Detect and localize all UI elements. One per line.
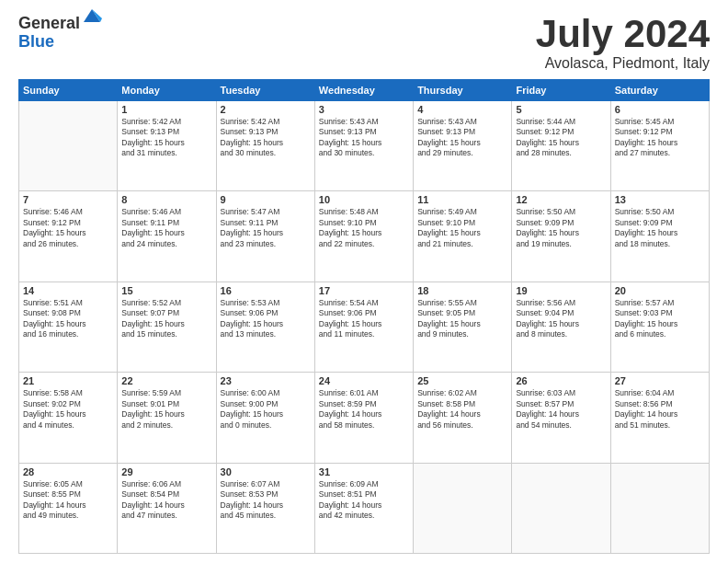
calendar-cell: 24Sunrise: 6:01 AM Sunset: 8:59 PM Dayli… — [314, 373, 413, 463]
calendar-cell: 9Sunrise: 5:47 AM Sunset: 9:11 PM Daylig… — [216, 191, 314, 282]
calendar-cell: 4Sunrise: 5:43 AM Sunset: 9:13 PM Daylig… — [414, 101, 512, 191]
calendar-cell: 11Sunrise: 5:49 AM Sunset: 9:10 PM Dayli… — [414, 191, 512, 282]
day-info: Sunrise: 6:03 AM Sunset: 8:57 PM Dayligh… — [516, 388, 606, 431]
calendar-cell — [512, 463, 610, 553]
day-info: Sunrise: 5:53 AM Sunset: 9:06 PM Dayligh… — [221, 298, 311, 340]
calendar-cell: 14Sunrise: 5:51 AM Sunset: 9:08 PM Dayli… — [19, 282, 118, 372]
calendar-cell: 12Sunrise: 5:50 AM Sunset: 9:09 PM Dayli… — [512, 191, 610, 282]
day-number: 12 — [516, 194, 606, 205]
day-number: 10 — [319, 194, 409, 205]
day-number: 14 — [23, 285, 113, 296]
day-info: Sunrise: 5:52 AM Sunset: 9:07 PM Dayligh… — [121, 298, 211, 340]
calendar-cell: 2Sunrise: 5:42 AM Sunset: 9:13 PM Daylig… — [216, 101, 314, 191]
day-number: 21 — [23, 375, 113, 386]
month-title: July 2024 — [536, 15, 710, 53]
header-friday: Friday — [512, 80, 610, 101]
calendar-cell: 3Sunrise: 5:43 AM Sunset: 9:13 PM Daylig… — [314, 101, 413, 191]
day-number: 9 — [221, 194, 311, 205]
day-number: 5 — [516, 104, 606, 115]
day-info: Sunrise: 5:43 AM Sunset: 9:13 PM Dayligh… — [417, 117, 507, 159]
logo-blue-text: Blue — [18, 33, 80, 52]
day-number: 30 — [221, 466, 311, 477]
calendar-cell: 31Sunrise: 6:09 AM Sunset: 8:51 PM Dayli… — [314, 463, 413, 553]
day-info: Sunrise: 5:59 AM Sunset: 9:01 PM Dayligh… — [121, 388, 211, 431]
calendar-header-row: Sunday Monday Tuesday Wednesday Thursday… — [19, 80, 710, 101]
day-number: 16 — [221, 285, 311, 296]
logo-general-text: General — [18, 15, 80, 33]
calendar-cell: 22Sunrise: 5:59 AM Sunset: 9:01 PM Dayli… — [118, 373, 216, 463]
day-info: Sunrise: 5:50 AM Sunset: 9:09 PM Dayligh… — [615, 207, 705, 249]
day-number: 13 — [615, 194, 705, 205]
day-info: Sunrise: 6:04 AM Sunset: 8:56 PM Dayligh… — [615, 388, 705, 431]
day-number: 3 — [319, 104, 409, 115]
day-info: Sunrise: 5:45 AM Sunset: 9:12 PM Dayligh… — [615, 117, 705, 159]
day-info: Sunrise: 5:42 AM Sunset: 9:13 PM Dayligh… — [121, 117, 211, 159]
page: General Blue July 2024 Avolasca, Piedmon… — [0, 0, 728, 563]
day-info: Sunrise: 6:07 AM Sunset: 8:53 PM Dayligh… — [221, 479, 311, 522]
calendar-cell: 19Sunrise: 5:56 AM Sunset: 9:04 PM Dayli… — [512, 282, 610, 372]
calendar-cell: 15Sunrise: 5:52 AM Sunset: 9:07 PM Dayli… — [118, 282, 216, 372]
calendar-cell: 30Sunrise: 6:07 AM Sunset: 8:53 PM Dayli… — [216, 463, 314, 553]
day-info: Sunrise: 5:56 AM Sunset: 9:04 PM Dayligh… — [516, 298, 606, 340]
day-info: Sunrise: 5:46 AM Sunset: 9:12 PM Dayligh… — [23, 207, 113, 249]
day-number: 31 — [319, 466, 409, 477]
calendar-cell: 7Sunrise: 5:46 AM Sunset: 9:12 PM Daylig… — [19, 191, 118, 282]
day-info: Sunrise: 5:54 AM Sunset: 9:06 PM Dayligh… — [319, 298, 409, 340]
calendar-cell: 8Sunrise: 5:46 AM Sunset: 9:11 PM Daylig… — [118, 191, 216, 282]
day-number: 2 — [221, 104, 311, 115]
day-info: Sunrise: 6:09 AM Sunset: 8:51 PM Dayligh… — [319, 479, 409, 522]
calendar-cell: 5Sunrise: 5:44 AM Sunset: 9:12 PM Daylig… — [512, 101, 610, 191]
day-number: 7 — [23, 194, 113, 205]
day-info: Sunrise: 5:55 AM Sunset: 9:05 PM Dayligh… — [417, 298, 507, 340]
day-number: 23 — [221, 375, 311, 386]
calendar-cell: 28Sunrise: 6:05 AM Sunset: 8:55 PM Dayli… — [19, 463, 118, 553]
day-info: Sunrise: 6:01 AM Sunset: 8:59 PM Dayligh… — [319, 388, 409, 431]
day-info: Sunrise: 5:44 AM Sunset: 9:12 PM Dayligh… — [516, 117, 606, 159]
calendar-cell: 23Sunrise: 6:00 AM Sunset: 9:00 PM Dayli… — [216, 373, 314, 463]
calendar-cell: 18Sunrise: 5:55 AM Sunset: 9:05 PM Dayli… — [414, 282, 512, 372]
logo-icon — [82, 6, 102, 26]
day-number: 8 — [121, 194, 211, 205]
day-info: Sunrise: 5:42 AM Sunset: 9:13 PM Dayligh… — [221, 117, 311, 159]
calendar-cell: 26Sunrise: 6:03 AM Sunset: 8:57 PM Dayli… — [512, 373, 610, 463]
day-number: 17 — [319, 285, 409, 296]
header-tuesday: Tuesday — [216, 80, 314, 101]
day-number: 15 — [121, 285, 211, 296]
day-info: Sunrise: 5:51 AM Sunset: 9:08 PM Dayligh… — [23, 298, 113, 340]
day-number: 27 — [615, 375, 705, 386]
day-number: 28 — [23, 466, 113, 477]
calendar-week-1: 1Sunrise: 5:42 AM Sunset: 9:13 PM Daylig… — [19, 101, 710, 191]
calendar-cell: 29Sunrise: 6:06 AM Sunset: 8:54 PM Dayli… — [118, 463, 216, 553]
calendar-cell: 20Sunrise: 5:57 AM Sunset: 9:03 PM Dayli… — [610, 282, 709, 372]
day-number: 6 — [615, 104, 705, 115]
calendar-week-5: 28Sunrise: 6:05 AM Sunset: 8:55 PM Dayli… — [19, 463, 710, 553]
calendar-cell — [414, 463, 512, 553]
logo: General Blue — [18, 15, 102, 52]
day-info: Sunrise: 6:00 AM Sunset: 9:00 PM Dayligh… — [221, 388, 311, 431]
calendar-week-4: 21Sunrise: 5:58 AM Sunset: 9:02 PM Dayli… — [19, 373, 710, 463]
day-number: 29 — [121, 466, 211, 477]
location-title: Avolasca, Piedmont, Italy — [536, 55, 710, 72]
calendar-cell: 16Sunrise: 5:53 AM Sunset: 9:06 PM Dayli… — [216, 282, 314, 372]
day-number: 25 — [417, 375, 507, 386]
day-info: Sunrise: 5:58 AM Sunset: 9:02 PM Dayligh… — [23, 388, 113, 431]
calendar-table: Sunday Monday Tuesday Wednesday Thursday… — [18, 79, 710, 554]
day-number: 19 — [516, 285, 606, 296]
header-monday: Monday — [118, 80, 216, 101]
day-number: 18 — [417, 285, 507, 296]
calendar-cell — [610, 463, 709, 553]
calendar-week-2: 7Sunrise: 5:46 AM Sunset: 9:12 PM Daylig… — [19, 191, 710, 282]
calendar-cell: 27Sunrise: 6:04 AM Sunset: 8:56 PM Dayli… — [610, 373, 709, 463]
calendar-week-3: 14Sunrise: 5:51 AM Sunset: 9:08 PM Dayli… — [19, 282, 710, 372]
day-number: 22 — [121, 375, 211, 386]
day-info: Sunrise: 5:50 AM Sunset: 9:09 PM Dayligh… — [516, 207, 606, 249]
day-number: 11 — [417, 194, 507, 205]
day-info: Sunrise: 5:48 AM Sunset: 9:10 PM Dayligh… — [319, 207, 409, 249]
day-info: Sunrise: 6:02 AM Sunset: 8:58 PM Dayligh… — [417, 388, 507, 431]
day-info: Sunrise: 5:46 AM Sunset: 9:11 PM Dayligh… — [121, 207, 211, 249]
day-number: 26 — [516, 375, 606, 386]
day-number: 24 — [319, 375, 409, 386]
calendar-cell: 13Sunrise: 5:50 AM Sunset: 9:09 PM Dayli… — [610, 191, 709, 282]
header: General Blue July 2024 Avolasca, Piedmon… — [18, 15, 710, 72]
header-wednesday: Wednesday — [314, 80, 413, 101]
